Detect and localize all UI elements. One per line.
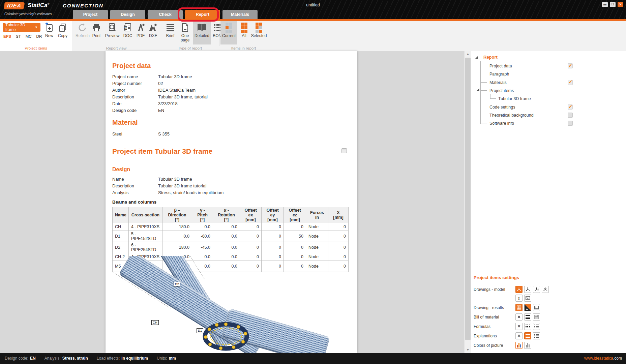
model-axo2-icon[interactable] — [533, 286, 540, 293]
tree-tick — [480, 74, 487, 74]
scroll-down-icon[interactable]: ▼ — [465, 347, 471, 353]
pdf-file-icon — [136, 22, 146, 34]
none-icon[interactable]: ✕ — [515, 323, 523, 330]
one-page-icon — [180, 22, 190, 34]
col-direction: β – Direction[°] — [162, 207, 192, 223]
scroll-up-icon[interactable]: ▲ — [465, 51, 471, 57]
tree-item-software-info[interactable]: Software info — [489, 120, 514, 127]
printer-icon — [91, 22, 101, 34]
scrollbar-thumb[interactable] — [465, 58, 471, 340]
tree-item-project-items[interactable]: Project items — [489, 87, 514, 94]
group-report-view: Refresh Print Preview W DOC — [72, 21, 161, 51]
group-label-report-view: Report view — [72, 46, 161, 50]
close-icon[interactable]: ✕ — [618, 2, 623, 7]
bars-color-icon[interactable] — [515, 342, 523, 349]
tree-item-theoretical-background[interactable]: Theoretical background — [489, 112, 534, 119]
section-print-icon[interactable] — [341, 148, 347, 153]
text-cursor-icon[interactable]: I — [515, 295, 523, 302]
mode-mc[interactable]: MC — [26, 34, 32, 38]
col-x: X[mm] — [328, 207, 349, 223]
chevron-down-icon: ▼ — [35, 26, 38, 29]
pdf-label: PDF — [137, 34, 145, 38]
current-grid-icon — [226, 22, 232, 34]
kv-value: Tubular 3D frame — [158, 74, 192, 81]
current-button[interactable]: Current — [220, 21, 237, 44]
checkbox-theoretical-background[interactable] — [568, 113, 573, 118]
kv-value: Tubular 3D frame, tutorial — [158, 94, 208, 101]
table-row: CH4 - PIPE310XS180.00.00.0000Node0 — [113, 223, 349, 231]
maximize-icon[interactable]: ❐ — [610, 2, 616, 7]
mode-st[interactable]: ST — [16, 34, 21, 38]
tree-item-code-settings[interactable]: Code settings — [489, 104, 515, 111]
kv-value: Tubular 3D frame tutorial — [158, 183, 206, 190]
formula-detail-icon[interactable] — [533, 323, 540, 330]
tab-project[interactable]: Project — [73, 10, 108, 19]
checkbox-code-settings[interactable] — [568, 104, 573, 110]
mesh-icon[interactable] — [515, 304, 523, 311]
refresh-button[interactable]: Refresh — [75, 22, 90, 44]
selected-button[interactable]: Selected — [250, 22, 268, 44]
pdf-export-button[interactable]: PDF — [135, 22, 147, 44]
dxf-export-button[interactable]: DXF — [147, 22, 159, 44]
image-icon[interactable] — [524, 295, 531, 302]
tree-item-paragraph[interactable]: Paragraph — [489, 71, 509, 78]
design-heading: Design — [112, 166, 130, 173]
mode-dr[interactable]: DR — [36, 34, 42, 38]
bars-grey-icon[interactable] — [524, 342, 531, 349]
mode-eps[interactable]: EPS — [3, 34, 11, 38]
model-axo-icon[interactable] — [524, 286, 531, 293]
one-page-button[interactable]: One page — [178, 22, 192, 44]
doc-file-icon: W — [123, 22, 133, 34]
tree-root-report[interactable]: Report — [483, 55, 498, 60]
report-structure-panel: Report Project data Paragraph Materials … — [471, 51, 626, 353]
kv-row: NameTubular 3D frame — [112, 177, 351, 183]
print-button[interactable]: Print — [90, 22, 103, 44]
tree-item-tubular-3d-frame[interactable]: Tubular 3D frame — [498, 95, 531, 102]
document-scrollbar[interactable]: ▲ ▼ — [464, 51, 471, 353]
tree-item-materials[interactable]: Materials — [489, 79, 507, 86]
checkbox-project-data[interactable] — [568, 63, 573, 68]
tab-check[interactable]: Check — [148, 10, 183, 19]
kv-row: SteelS 355 — [112, 131, 351, 138]
none-icon[interactable]: ✕ — [515, 332, 523, 339]
col-name: Name — [113, 207, 129, 223]
dxf-label: DXF — [149, 34, 157, 38]
group-items-in-report: Current All Selected Items in report — [219, 21, 268, 51]
tree-expander-report[interactable] — [475, 56, 478, 59]
member-label: CH — [151, 320, 159, 325]
kv-row: DescriptionTubular 3D frame tutorial — [112, 183, 351, 190]
detailed-button[interactable]: Detailed — [193, 21, 211, 44]
tree-item-project-data[interactable]: Project data — [489, 63, 512, 69]
kv-row: DescriptionTubular 3D frame, tutorial — [112, 94, 351, 101]
tab-design[interactable]: Design — [110, 10, 145, 19]
detailed-book-icon — [197, 22, 207, 34]
model-3d-icon[interactable] — [515, 286, 523, 293]
mesh-split-icon[interactable] — [524, 304, 531, 311]
tab-report[interactable]: Report — [185, 10, 220, 19]
tab-materials[interactable]: Materials — [222, 10, 258, 19]
tree-expander-project-items[interactable] — [477, 88, 479, 91]
group-type-of-report: Brief One page Detailed BOM Type o — [161, 21, 219, 51]
project-item-dropdown[interactable]: Tubular 3D frame ▼ — [3, 23, 40, 32]
copy-button[interactable]: Copy — [55, 22, 70, 44]
checkbox-materials[interactable] — [568, 80, 573, 85]
doc-label: DOC — [123, 34, 132, 38]
ideastatica-link[interactable]: www.ideastatica.com — [584, 356, 622, 361]
list-icon[interactable] — [524, 313, 531, 321]
table-image-icon[interactable] — [533, 313, 540, 321]
tree-tick — [480, 66, 487, 66]
minimize-icon[interactable]: ▬ — [602, 2, 608, 7]
explanation-list-icon[interactable] — [524, 332, 531, 339]
preview-button[interactable]: Preview — [103, 22, 121, 44]
doc-export-button[interactable]: W DOC — [121, 22, 135, 44]
all-button[interactable]: All — [239, 22, 249, 44]
new-button[interactable]: New — [42, 22, 57, 44]
accent-strip — [0, 19, 626, 21]
formula-brief-icon[interactable] — [524, 323, 531, 330]
checkbox-software-info[interactable] — [568, 121, 573, 126]
brief-button[interactable]: Brief — [163, 22, 178, 44]
image-icon[interactable] — [533, 304, 540, 311]
explanation-detail-icon[interactable] — [533, 332, 540, 339]
none-icon[interactable]: ✕ — [515, 313, 523, 321]
model-axo3-icon[interactable] — [542, 286, 549, 293]
